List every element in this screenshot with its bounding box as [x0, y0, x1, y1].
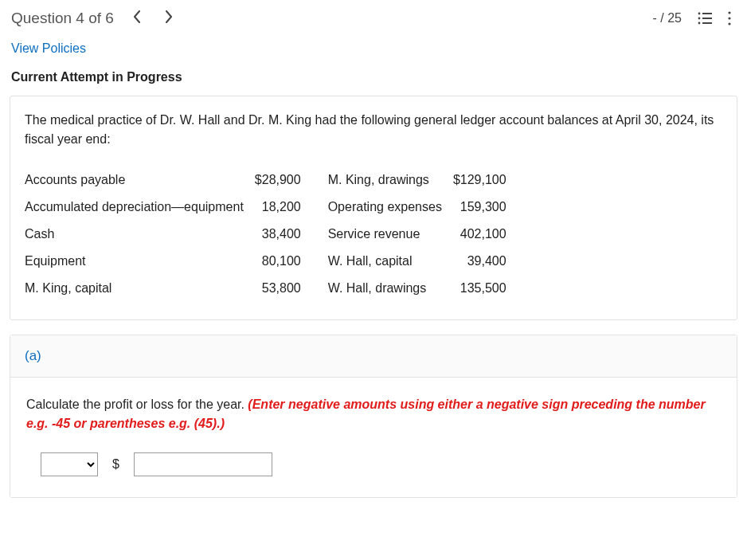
part-a-body: Calculate the profit or loss for the yea… — [10, 378, 737, 497]
ledger-value: 39,400 — [453, 248, 534, 275]
question-number-label: Question 4 of 6 — [11, 10, 114, 27]
ledger-label: Equipment — [25, 248, 255, 275]
list-icon — [698, 12, 712, 25]
svg-point-7 — [728, 17, 730, 19]
attempt-status-title: Current Attempt in Progress — [0, 70, 747, 96]
table-row: M. King, capital 53,800 W. Hall, drawing… — [25, 275, 534, 302]
part-a-panel: (a) Calculate the profit or loss for the… — [10, 335, 737, 498]
part-a-prompt-text: Calculate the profit or loss for the yea… — [26, 397, 248, 411]
kebab-icon — [728, 11, 731, 25]
ledger-label: M. King, drawings — [328, 166, 453, 194]
table-row: Equipment 80,100 W. Hall, capital 39,400 — [25, 248, 534, 275]
table-row: Accounts payable $28,900 M. King, drawin… — [25, 166, 534, 194]
amount-input[interactable] — [134, 452, 272, 476]
ledger-label: W. Hall, capital — [328, 248, 453, 275]
ledger-value: 159,300 — [453, 194, 534, 221]
question-list-button[interactable] — [698, 12, 712, 25]
question-header: Question 4 of 6 - / 25 — [0, 0, 747, 37]
currency-symbol: $ — [112, 457, 119, 472]
header-right: - / 25 — [653, 11, 731, 25]
more-options-button[interactable] — [728, 11, 731, 25]
problem-panel: The medical practice of Dr. W. Hall and … — [10, 96, 737, 320]
header-left: Question 4 of 6 — [11, 10, 178, 27]
view-policies-row: View Policies — [0, 37, 747, 70]
score-display: - / 25 — [653, 11, 682, 25]
ledger-value: 53,800 — [255, 275, 328, 302]
svg-point-8 — [728, 22, 730, 25]
view-policies-link[interactable]: View Policies — [11, 41, 86, 55]
answer-input-row: $ — [26, 452, 721, 476]
svg-point-0 — [698, 13, 701, 15]
ledger-value: 80,100 — [255, 248, 328, 275]
ledger-value: 38,400 — [255, 221, 328, 248]
sign-select[interactable] — [41, 452, 98, 476]
ledger-label: Operating expenses — [328, 194, 453, 221]
table-row: Cash 38,400 Service revenue 402,100 — [25, 221, 534, 248]
ledger-label: Accounts payable — [25, 166, 255, 194]
part-a-prompt: Calculate the profit or loss for the yea… — [26, 395, 721, 433]
problem-intro: The medical practice of Dr. W. Hall and … — [25, 111, 722, 149]
ledger-value: $129,100 — [453, 166, 534, 194]
ledger-label: W. Hall, drawings — [328, 275, 453, 302]
svg-point-4 — [698, 22, 701, 25]
prev-question-button[interactable] — [128, 10, 146, 27]
ledger-value: 135,500 — [453, 275, 534, 302]
table-row: Accumulated depreciation—equipment 18,20… — [25, 194, 534, 221]
ledger-value: $28,900 — [255, 166, 328, 194]
ledger-value: 402,100 — [453, 221, 534, 248]
svg-point-2 — [698, 18, 701, 20]
ledger-label: Accumulated depreciation—equipment — [25, 194, 255, 221]
svg-rect-1 — [702, 13, 712, 14]
chevron-left-icon — [133, 10, 141, 23]
svg-point-6 — [728, 11, 730, 14]
part-a-header: (a) — [10, 335, 737, 378]
ledger-value: 18,200 — [255, 194, 328, 221]
ledger-table: Accounts payable $28,900 M. King, drawin… — [25, 166, 534, 302]
svg-rect-5 — [702, 22, 712, 24]
ledger-label: M. King, capital — [25, 275, 255, 302]
svg-rect-3 — [702, 18, 712, 19]
ledger-label: Cash — [25, 221, 255, 248]
ledger-label: Service revenue — [328, 221, 453, 248]
chevron-right-icon — [165, 10, 173, 23]
next-question-button[interactable] — [160, 10, 178, 27]
